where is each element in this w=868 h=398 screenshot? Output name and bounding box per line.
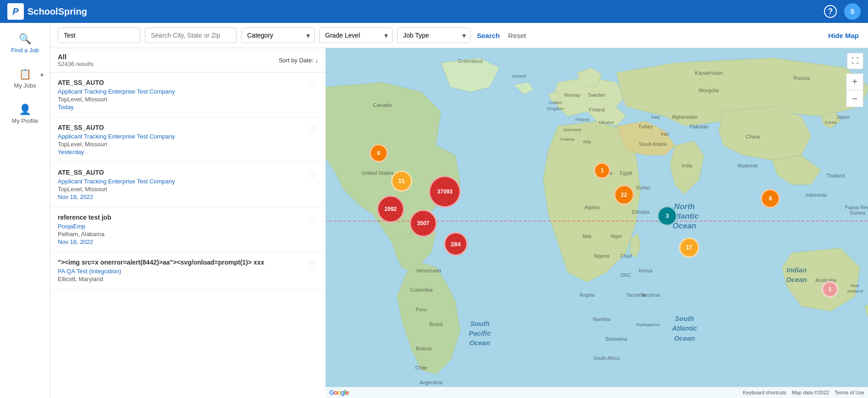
map-cluster-c8[interactable]: 22 — [614, 185, 634, 205]
svg-text:Zealand: Zealand — [847, 288, 863, 293]
category-select[interactable]: Category — [241, 28, 315, 43]
my-profile-icon: 👤 — [19, 104, 31, 116]
hide-map-button[interactable]: Hide Map — [826, 28, 861, 43]
svg-text:Canada: Canada — [373, 102, 392, 108]
svg-text:Argentina: Argentina — [420, 379, 442, 385]
map-fullscreen-button[interactable]: ⛶ — [847, 53, 863, 69]
map-cluster-c9[interactable]: 3 — [657, 206, 677, 226]
svg-text:India: India — [682, 163, 692, 168]
world-map-svg: North Atlantic Ocean South Pacific Ocean… — [326, 48, 868, 398]
zoom-in-button[interactable]: + — [846, 74, 863, 90]
job-type-select[interactable]: Job Type — [397, 28, 470, 43]
job-favorite-button[interactable]: ♡ — [308, 125, 316, 136]
job-date: Nov 18, 2022 — [58, 238, 316, 245]
svg-text:France: France — [561, 137, 575, 142]
svg-text:Brazil: Brazil — [429, 321, 442, 327]
logo-text: SchoolSpring — [28, 6, 87, 17]
svg-text:Turkey: Turkey — [638, 124, 653, 129]
sidebar-label-find-a-job: Find a Job — [11, 47, 39, 54]
job-favorite-button[interactable]: ♡ — [308, 170, 316, 181]
map-cluster-c7[interactable]: 1 — [594, 162, 610, 179]
results-count: 52436 results — [58, 61, 94, 67]
svg-text:Ukraine: Ukraine — [599, 120, 614, 125]
svg-text:Afghanistan: Afghanistan — [672, 114, 697, 120]
svg-text:Kingdom: Kingdom — [547, 106, 564, 111]
svg-text:South: South — [675, 315, 694, 322]
sort-button[interactable]: Sort by Date: ↓ — [279, 57, 318, 64]
job-list-item[interactable]: "><img src=x onerror=alert(8442)>aa"><sv… — [50, 252, 324, 290]
map-cluster-c2[interactable]: 11 — [391, 171, 412, 192]
help-button[interactable]: ? — [824, 5, 837, 18]
job-list-item[interactable]: reference test job PoojaEmp Pelham, Alab… — [50, 207, 324, 252]
job-list: All 52436 results Sort by Date: ↓ ATE_SS… — [50, 48, 326, 398]
map-cluster-c3[interactable]: 2992 — [377, 195, 404, 223]
location-input[interactable] — [145, 28, 237, 43]
sidebar-my-jobs-row: 📋 ▶ — [4, 68, 46, 80]
sort-label: Sort by Date: — [279, 57, 314, 64]
job-location: Pelham, Alabama — [58, 231, 316, 238]
job-company: PoojaEmp — [58, 223, 316, 230]
job-title: ATE_SS_AUTO — [58, 124, 316, 131]
svg-text:Ocean: Ocean — [673, 221, 697, 230]
job-list-item[interactable]: ATE_SS_AUTO Applicant Tracking Enterpris… — [50, 162, 324, 207]
search-button[interactable]: Search — [475, 28, 502, 43]
svg-text:Egypt: Egypt — [620, 170, 632, 176]
zoom-out-button[interactable]: − — [846, 90, 863, 107]
job-title: ATE_SS_AUTO — [58, 169, 316, 176]
keyword-input[interactable] — [58, 28, 140, 43]
job-date: Yesterday — [58, 149, 316, 155]
svg-text:Algeria: Algeria — [584, 205, 599, 210]
job-location: TopLevel, Missouri — [58, 186, 316, 193]
map-cluster-c4[interactable]: 37093 — [429, 176, 461, 208]
sidebar-item-my-jobs[interactable]: 📋 ▶ My Jobs — [0, 63, 50, 94]
map-cluster-c1[interactable]: 6 — [370, 144, 388, 162]
svg-text:Guinea: Guinea — [850, 210, 865, 216]
search-icon: 🔍 — [19, 33, 31, 45]
job-list-item[interactable]: ATE_SS_AUTO Applicant Tracking Enterpris… — [50, 72, 324, 117]
sidebar-item-my-profile[interactable]: 👤 My Profile — [0, 98, 50, 130]
svg-text:Mali: Mali — [583, 233, 592, 239]
map-cluster-c12[interactable]: 1 — [822, 281, 838, 298]
job-list-scroll[interactable]: ATE_SS_AUTO Applicant Tracking Enterpris… — [50, 72, 326, 398]
category-wrapper: Category — [241, 28, 315, 43]
reset-button[interactable]: Reset — [506, 28, 528, 43]
svg-text:New: New — [851, 283, 859, 288]
svg-text:Angola: Angola — [580, 292, 595, 298]
svg-text:South Africa: South Africa — [593, 355, 619, 361]
svg-text:Pakistan: Pakistan — [690, 124, 708, 129]
keyboard-shortcuts-link[interactable]: Keyboard shortcuts — [743, 390, 786, 395]
map-cluster-c11[interactable]: 8 — [761, 189, 780, 208]
job-favorite-button[interactable]: ♡ — [308, 80, 316, 91]
svg-text:Mongolia: Mongolia — [699, 88, 719, 93]
search-bar: Category Grade Level Job Type Search Res… — [50, 23, 868, 48]
svg-text:Iraq: Iraq — [651, 114, 659, 120]
svg-text:Niger: Niger — [610, 233, 622, 239]
svg-text:Sudan: Sudan — [636, 185, 650, 190]
logo: P SchoolSpring — [7, 3, 87, 20]
svg-text:Finland: Finland — [589, 107, 605, 112]
map-area: North Atlantic Ocean South Pacific Ocean… — [326, 48, 868, 398]
svg-text:Kazakhstan: Kazakhstan — [695, 70, 723, 76]
map-cluster-c5[interactable]: 3507 — [409, 210, 437, 237]
svg-text:Japan: Japan — [836, 114, 850, 120]
grade-level-select[interactable]: Grade Level — [319, 28, 393, 43]
job-favorite-button[interactable]: ♡ — [308, 260, 316, 271]
svg-text:South: South — [470, 320, 489, 327]
job-title: ATE_SS_AUTO — [58, 79, 316, 86]
map-footer: Google Keyboard shortcuts Map data ©2022… — [326, 387, 868, 398]
job-title: reference test job — [58, 214, 316, 221]
svg-text:Russia: Russia — [793, 75, 810, 81]
svg-text:Indian: Indian — [786, 266, 807, 274]
sidebar-item-find-a-job[interactable]: 🔍 Find a Job — [0, 28, 50, 59]
svg-text:Atlantic: Atlantic — [672, 325, 697, 332]
sidebar: 🔍 Find a Job 📋 ▶ My Jobs 👤 My Profile — [0, 23, 50, 398]
svg-text:Namibia: Namibia — [593, 316, 611, 322]
user-avatar[interactable]: S — [844, 3, 861, 20]
svg-text:Papua New: Papua New — [845, 205, 868, 210]
terms-link[interactable]: Terms of Use — [835, 390, 864, 395]
job-favorite-button[interactable]: ♡ — [308, 215, 316, 226]
map-cluster-c6[interactable]: 284 — [444, 232, 468, 256]
svg-text:Italy: Italy — [583, 139, 591, 144]
job-list-item[interactable]: ATE_SS_AUTO Applicant Tracking Enterpris… — [50, 117, 324, 162]
map-cluster-c10[interactable]: 17 — [679, 238, 699, 258]
